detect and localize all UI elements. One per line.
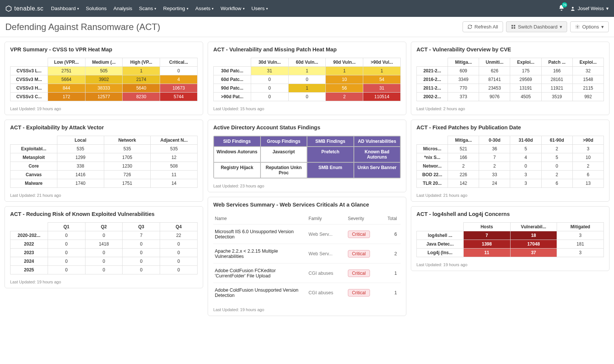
nav-item-reporting[interactable]: Reporting▾ bbox=[163, 6, 189, 11]
cell[interactable]: 5640 bbox=[123, 84, 160, 93]
cell[interactable]: 535 bbox=[151, 145, 198, 153]
cell[interactable]: 0 bbox=[251, 75, 288, 84]
cell[interactable]: 535 bbox=[104, 145, 151, 153]
cell[interactable]: 2751 bbox=[48, 67, 85, 75]
cell[interactable]: 0 bbox=[288, 75, 326, 84]
cell[interactable]: 3 bbox=[557, 231, 604, 240]
cell[interactable]: 0 bbox=[510, 162, 541, 171]
ws-row[interactable]: Adobe ColdFusion Unsupported Version Det… bbox=[213, 283, 401, 302]
cell[interactable]: 373 bbox=[448, 93, 479, 101]
cell[interactable]: 142 bbox=[448, 179, 479, 188]
cell[interactable]: 1 bbox=[326, 67, 363, 75]
cell[interactable]: 32 bbox=[572, 67, 604, 75]
cell[interactable]: 3902 bbox=[85, 75, 123, 84]
cell[interactable]: 5744 bbox=[160, 93, 198, 101]
cell[interactable]: 4 bbox=[160, 75, 198, 84]
cell[interactable]: 0 bbox=[160, 67, 198, 75]
cell[interactable]: 2115 bbox=[572, 84, 604, 93]
cell[interactable]: 5 bbox=[541, 153, 572, 162]
cell[interactable]: 1299 bbox=[57, 153, 104, 162]
cell[interactable]: 1751 bbox=[104, 179, 151, 188]
notifications-button[interactable]: 76 bbox=[558, 4, 565, 12]
cell[interactable]: 0 bbox=[85, 257, 123, 266]
vpr-table[interactable]: Low (VPR...Medium (...High (VP...Critica… bbox=[10, 58, 198, 101]
cell[interactable]: 2 bbox=[479, 162, 510, 171]
cell[interactable]: 0 bbox=[85, 266, 123, 274]
cell[interactable]: 0 bbox=[48, 249, 85, 257]
reducing-risk-table[interactable]: Q1Q2Q3Q42020-202...007222022014180020230… bbox=[10, 222, 198, 274]
cell[interactable]: 1416 bbox=[57, 171, 104, 179]
cell[interactable]: 31 bbox=[363, 84, 401, 93]
cell[interactable]: 1705 bbox=[104, 153, 151, 162]
switch-dashboard-button[interactable]: Switch Dashboard ▾ bbox=[506, 21, 568, 32]
cell[interactable]: 10 bbox=[572, 153, 604, 162]
ad-tile[interactable]: Registry Hijack bbox=[214, 162, 261, 178]
cell[interactable]: 2 bbox=[541, 171, 572, 179]
cell[interactable]: 3349 bbox=[448, 75, 479, 84]
refresh-all-button[interactable]: Refresh All bbox=[463, 21, 503, 32]
nav-item-dashboard[interactable]: Dashboard▾ bbox=[51, 6, 79, 11]
cell[interactable]: 172 bbox=[48, 93, 85, 101]
cell[interactable]: 7 bbox=[123, 231, 160, 240]
cell[interactable]: 175 bbox=[510, 67, 541, 75]
cell[interactable]: 1740 bbox=[57, 179, 104, 188]
cell[interactable]: 11 bbox=[463, 249, 510, 257]
ad-tile[interactable]: Windows Autoruns bbox=[214, 147, 261, 162]
ad-tile[interactable]: SID Findings bbox=[214, 136, 261, 147]
cell[interactable]: 6 bbox=[572, 171, 604, 179]
ws-row[interactable]: Apache 2.2.x < 2.2.15 Multiple Vulnerabi… bbox=[213, 244, 401, 263]
cell[interactable]: 0 bbox=[123, 240, 160, 249]
cell[interactable]: 166 bbox=[541, 67, 572, 75]
cell[interactable]: 33 bbox=[479, 171, 510, 179]
cell[interactable]: 0 bbox=[85, 231, 123, 240]
log4-table[interactable]: HostsVulnerabil...Mitigatedlog4shell ...… bbox=[416, 222, 604, 257]
cell[interactable]: 18 bbox=[510, 231, 557, 240]
cell[interactable]: 0 bbox=[85, 249, 123, 257]
cell[interactable]: 226 bbox=[448, 171, 479, 179]
cve-overview-table[interactable]: Mitiga...Unmiti...Exploi...Patch ...Expl… bbox=[416, 58, 604, 101]
cell[interactable]: 13191 bbox=[510, 84, 541, 93]
cell[interactable]: 1418 bbox=[85, 240, 123, 249]
ad-tile[interactable]: SMB Findings bbox=[307, 136, 354, 147]
cell[interactable]: 609 bbox=[448, 67, 479, 75]
cell[interactable]: 0 bbox=[48, 257, 85, 266]
ad-tile[interactable]: Group Findings bbox=[261, 136, 307, 147]
cell[interactable]: 24 bbox=[479, 179, 510, 188]
ws-row[interactable]: Microsoft IIS 6.0 Unsupported Version De… bbox=[213, 224, 401, 244]
cell[interactable]: 0 bbox=[48, 266, 85, 274]
cell[interactable]: 11921 bbox=[541, 84, 572, 93]
logo[interactable]: tenable.sc bbox=[5, 5, 43, 12]
cell[interactable]: 5664 bbox=[48, 75, 85, 84]
ad-tile[interactable]: Unkn Serv Banner bbox=[354, 162, 401, 178]
cell[interactable]: 0 bbox=[160, 257, 198, 266]
cell[interactable]: 844 bbox=[48, 84, 85, 93]
cell[interactable]: 12 bbox=[151, 153, 198, 162]
cell[interactable]: 0 bbox=[48, 240, 85, 249]
cell[interactable]: 31 bbox=[251, 67, 288, 75]
cell[interactable]: 521 bbox=[448, 145, 479, 153]
cell[interactable]: 10 bbox=[326, 75, 363, 84]
cell[interactable]: 0 bbox=[160, 240, 198, 249]
cell[interactable]: 14 bbox=[151, 179, 198, 188]
cell[interactable]: 3 bbox=[572, 145, 604, 153]
cell[interactable]: 6 bbox=[541, 179, 572, 188]
user-menu[interactable]: Josef Weiss ▾ bbox=[570, 6, 609, 11]
cell[interactable]: 0 bbox=[251, 84, 288, 93]
cell[interactable]: 3 bbox=[510, 171, 541, 179]
cell[interactable]: 3 bbox=[510, 179, 541, 188]
cell[interactable]: 726 bbox=[104, 171, 151, 179]
nav-item-analysis[interactable]: Analysis bbox=[114, 6, 132, 11]
cell[interactable]: 9076 bbox=[479, 93, 510, 101]
cell[interactable]: 1230 bbox=[104, 162, 151, 171]
cell[interactable]: 1 bbox=[288, 67, 326, 75]
cell[interactable]: 0 bbox=[541, 162, 572, 171]
cell[interactable]: 29569 bbox=[510, 75, 541, 84]
cell[interactable]: 22 bbox=[160, 231, 198, 240]
cell[interactable]: 181 bbox=[557, 240, 604, 249]
cell[interactable]: 11 bbox=[151, 171, 198, 179]
cell[interactable]: 28161 bbox=[541, 75, 572, 84]
cell[interactable]: 38333 bbox=[85, 84, 123, 93]
cell[interactable]: 1398 bbox=[463, 240, 510, 249]
cell[interactable]: 0 bbox=[288, 93, 326, 101]
ws-row[interactable]: Adobe ColdFusion FCKeditor 'CurrentFolde… bbox=[213, 263, 401, 283]
